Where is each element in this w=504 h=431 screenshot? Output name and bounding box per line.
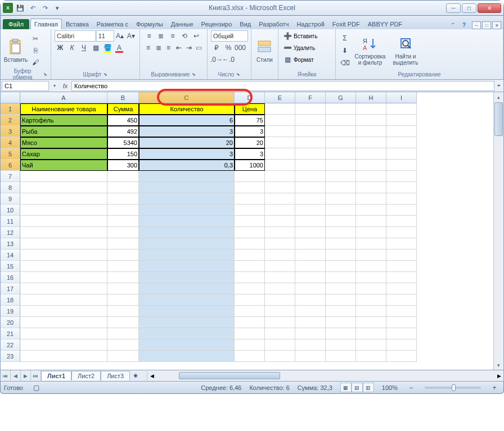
cell-B10[interactable]: [107, 205, 139, 216]
cell-H15[interactable]: [356, 261, 386, 272]
cell-C6[interactable]: 0,3: [139, 160, 235, 171]
cell-B19[interactable]: [107, 306, 139, 317]
ribbon-minimize-icon[interactable]: ⌃: [448, 20, 457, 29]
column-header-F[interactable]: F: [295, 92, 326, 103]
cell-H12[interactable]: [356, 227, 386, 238]
cell-B12[interactable]: [107, 227, 139, 238]
cell-B9[interactable]: [107, 193, 139, 205]
cell-G22[interactable]: [326, 339, 356, 351]
macro-record-icon[interactable]: ▢: [31, 382, 42, 393]
ribbon-tab-3[interactable]: Формулы: [132, 19, 167, 29]
zoom-out-icon[interactable]: −: [406, 382, 417, 393]
cell-I5[interactable]: [386, 148, 417, 160]
row-header-11[interactable]: 11: [1, 216, 20, 227]
cell-A22[interactable]: [20, 339, 107, 351]
cell-D8[interactable]: [235, 182, 265, 193]
ribbon-tab-5[interactable]: Рецензиро: [197, 19, 236, 29]
cell-C15[interactable]: [139, 261, 235, 272]
cell-B16[interactable]: [107, 272, 139, 283]
name-box[interactable]: C1: [2, 81, 49, 91]
cell-D21[interactable]: [235, 328, 265, 339]
cell-B5[interactable]: 150: [107, 148, 139, 160]
cell-A20[interactable]: [20, 317, 107, 328]
cell-A14[interactable]: [20, 249, 107, 261]
cell-E23[interactable]: [265, 351, 295, 362]
cell-F13[interactable]: [295, 238, 326, 249]
cell-F8[interactable]: [295, 182, 326, 193]
scroll-up-icon[interactable]: ▴: [494, 92, 503, 102]
cut-icon[interactable]: ✂: [30, 33, 41, 44]
cell-C9[interactable]: [139, 193, 235, 205]
cell-B17[interactable]: [107, 283, 139, 294]
cell-D18[interactable]: [235, 294, 265, 306]
cell-E15[interactable]: [265, 261, 295, 272]
cell-C18[interactable]: [139, 294, 235, 306]
cell-H9[interactable]: [356, 193, 386, 205]
cell-D22[interactable]: [235, 339, 265, 351]
cell-B14[interactable]: [107, 249, 139, 261]
row-header-12[interactable]: 12: [1, 227, 20, 238]
cell-E14[interactable]: [265, 249, 295, 261]
cell-C22[interactable]: [139, 339, 235, 351]
maximize-button[interactable]: □: [462, 3, 476, 13]
row-header-21[interactable]: 21: [1, 328, 20, 339]
align-bottom-icon[interactable]: ≡: [167, 30, 178, 42]
underline-button[interactable]: Ч: [78, 42, 89, 53]
decrease-font-icon[interactable]: A▾: [125, 30, 136, 42]
sheet-nav-last-icon[interactable]: ⏭: [31, 370, 41, 381]
cell-E17[interactable]: [265, 283, 295, 294]
cell-B2[interactable]: 450: [107, 115, 139, 126]
cell-B13[interactable]: [107, 238, 139, 249]
cell-I15[interactable]: [386, 261, 417, 272]
cell-E3[interactable]: [265, 126, 295, 137]
zoom-level[interactable]: 100%: [382, 384, 398, 391]
cell-D9[interactable]: [235, 193, 265, 205]
column-header-H[interactable]: H: [356, 92, 386, 103]
cell-C4[interactable]: 20: [139, 137, 235, 148]
cell-G17[interactable]: [326, 283, 356, 294]
cell-G10[interactable]: [326, 205, 356, 216]
close-button[interactable]: ✕: [478, 3, 501, 13]
cell-F4[interactable]: [295, 137, 326, 148]
column-header-A[interactable]: A: [20, 92, 107, 103]
cell-A19[interactable]: [20, 306, 107, 317]
align-left-icon[interactable]: ≡: [143, 42, 153, 53]
view-pagebreak-icon[interactable]: ▥: [363, 383, 374, 392]
cell-C5[interactable]: 3: [139, 148, 235, 160]
cell-F12[interactable]: [295, 227, 326, 238]
cell-C8[interactable]: [139, 182, 235, 193]
row-header-23[interactable]: 23: [1, 351, 20, 362]
cell-E8[interactable]: [265, 182, 295, 193]
cell-F14[interactable]: [295, 249, 326, 261]
select-all-corner[interactable]: [1, 92, 20, 103]
cell-B20[interactable]: [107, 317, 139, 328]
vertical-scrollbar[interactable]: ▴ ▾: [493, 92, 503, 370]
cell-D14[interactable]: [235, 249, 265, 261]
cell-F18[interactable]: [295, 294, 326, 306]
column-header-I[interactable]: I: [386, 92, 417, 103]
row-header-13[interactable]: 13: [1, 238, 20, 249]
cell-E6[interactable]: [265, 160, 295, 171]
cell-A10[interactable]: [20, 205, 107, 216]
cell-F23[interactable]: [295, 351, 326, 362]
cell-G3[interactable]: [326, 126, 356, 137]
cell-I10[interactable]: [386, 205, 417, 216]
view-layout-icon[interactable]: ▤: [352, 383, 363, 392]
cell-A16[interactable]: [20, 272, 107, 283]
cell-E18[interactable]: [265, 294, 295, 306]
qat-customize-icon[interactable]: ▾: [52, 3, 62, 13]
vscroll-thumb[interactable]: [494, 102, 503, 136]
column-header-D[interactable]: D: [235, 92, 265, 103]
cell-D4[interactable]: 20: [235, 137, 265, 148]
cell-A7[interactable]: [20, 171, 107, 182]
cell-G13[interactable]: [326, 238, 356, 249]
cell-I4[interactable]: [386, 137, 417, 148]
cell-B23[interactable]: [107, 351, 139, 362]
cell-F2[interactable]: [295, 115, 326, 126]
cell-F3[interactable]: [295, 126, 326, 137]
cell-B18[interactable]: [107, 294, 139, 306]
cell-G15[interactable]: [326, 261, 356, 272]
cell-H14[interactable]: [356, 249, 386, 261]
doc-close-button[interactable]: ✕: [492, 21, 501, 29]
namebox-dropdown-icon[interactable]: ▾: [50, 83, 59, 88]
